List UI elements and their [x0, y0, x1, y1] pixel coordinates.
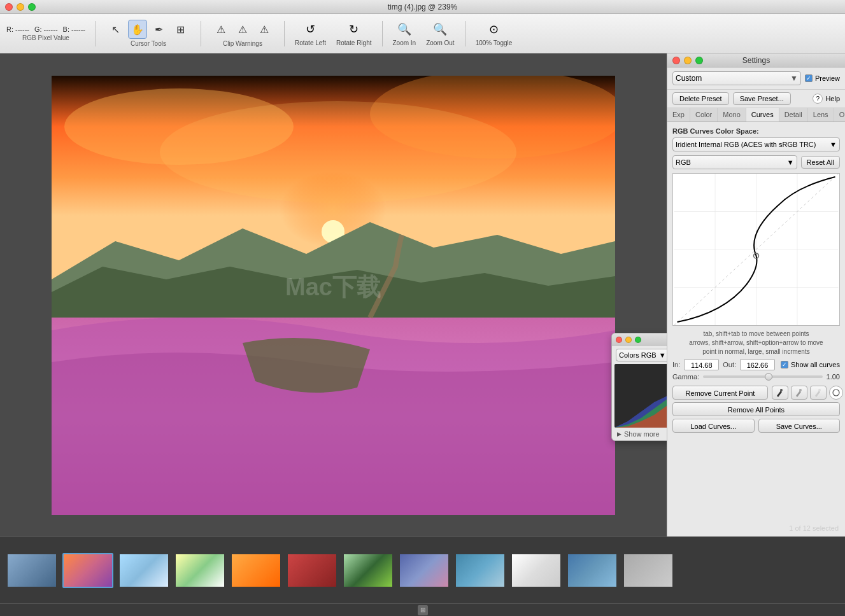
filmstrip-thumb-12[interactable] — [623, 553, 674, 588]
reset-all-button[interactable]: Reset All — [801, 156, 840, 169]
tab-exp[interactable]: Exp — [667, 108, 690, 122]
r-label: R: — [6, 25, 13, 33]
filmstrip-thumb-10[interactable] — [511, 553, 562, 588]
curves-graph[interactable] — [672, 173, 840, 326]
clip-warning-1[interactable]: ⚠ — [211, 20, 231, 39]
thumb-image-6 — [288, 554, 336, 587]
maximize-button[interactable] — [28, 3, 36, 11]
filmstrip-thumb-9[interactable] — [455, 553, 506, 588]
tab-lens[interactable]: Lens — [808, 108, 834, 122]
in-label: In: — [672, 361, 680, 368]
tab-curves[interactable]: Curves — [746, 108, 779, 122]
hand-tool[interactable]: ✋ — [128, 20, 147, 39]
cursor-tools: ↖ ✋ ✒ ⊞ — [106, 20, 190, 39]
gamma-value: 1.00 — [827, 373, 840, 381]
toolbar-separator-5 — [465, 21, 465, 46]
preview-checkbox-group[interactable]: ✓ Preview — [805, 74, 840, 82]
g-label: G: — [34, 25, 42, 33]
clip-warning-3[interactable]: ⚠ — [255, 20, 274, 39]
gamma-slider[interactable] — [703, 375, 822, 378]
settings-close-button[interactable] — [672, 57, 680, 64]
close-button[interactable] — [5, 3, 13, 11]
histogram-min-button[interactable] — [625, 337, 632, 343]
settings-min-button[interactable] — [684, 57, 692, 64]
rotate-left-label: Rotate Left — [295, 39, 326, 46]
white-eyedropper-button[interactable] — [810, 386, 827, 400]
rotate-left-action[interactable]: ↺ Rotate Left — [295, 20, 326, 46]
preview-checkbox[interactable]: ✓ — [805, 74, 813, 82]
toggle-100-icon: ⊙ — [485, 20, 502, 38]
gray-eyedropper-button[interactable] — [791, 386, 807, 400]
status-icon: ⊞ — [418, 605, 428, 615]
image-area[interactable]: Mac下载 Histogram Colors RGB ▼ Bin Count: — [0, 53, 667, 536]
in-value[interactable]: 114.68 — [684, 359, 719, 370]
filmstrip-status: 1 of 12 selected — [789, 524, 839, 532]
settings-window-controls — [672, 57, 703, 64]
tab-color[interactable]: Color — [690, 108, 718, 122]
help-icon[interactable]: ? — [813, 94, 823, 104]
tab-mono[interactable]: Mono — [718, 108, 746, 122]
remove-current-point-button[interactable]: Remove Current Point — [672, 386, 768, 400]
filmstrip-thumb-4[interactable] — [174, 553, 225, 588]
rotate-right-action[interactable]: ↻ Rotate Right — [336, 20, 372, 46]
status-bar: ⊞ — [0, 603, 845, 616]
black-eyedropper-button[interactable] — [772, 386, 788, 400]
clip-warning-2[interactable]: ⚠ — [233, 20, 252, 39]
show-all-curves-checkbox[interactable]: ✓ — [781, 361, 788, 368]
toggle-100-action[interactable]: ⊙ 100% Toggle — [476, 20, 513, 46]
zoom-in-action[interactable]: 🔍 Zoom In — [393, 20, 416, 46]
filmstrip-thumb-5[interactable] — [231, 553, 281, 588]
out-value[interactable]: 162.66 — [740, 359, 775, 370]
filmstrip-thumb-6[interactable] — [287, 553, 337, 588]
target-button[interactable] — [829, 386, 843, 400]
zoom-in-icon: 🔍 — [395, 20, 413, 38]
thumb-image-12 — [624, 554, 672, 587]
zoom-out-icon: 🔍 — [431, 20, 449, 38]
thumb-image-7 — [344, 554, 392, 587]
hint-line2: arrows, shift+arrow, shift+option+arrow … — [672, 339, 840, 347]
filmstrip-thumb-3[interactable] — [118, 553, 169, 588]
settings-title: Settings — [742, 56, 770, 65]
histogram-max-button[interactable] — [635, 337, 641, 343]
inout-row: In: 114.68 Out: 162.66 ✓ Show all curves — [672, 359, 840, 370]
histogram-graph — [614, 364, 667, 428]
save-preset-button[interactable]: Save Preset... — [733, 92, 791, 105]
filmstrip-thumb-1[interactable] — [6, 553, 57, 588]
filmstrip-thumb-2[interactable] — [62, 553, 113, 588]
out-label: Out: — [723, 361, 736, 368]
thumb-image-5 — [232, 554, 280, 587]
show-all-curves[interactable]: ✓ Show all curves — [781, 361, 840, 368]
preset-select[interactable]: Custom ▼ — [672, 71, 801, 85]
histogram-close-button[interactable] — [616, 337, 622, 343]
rotate-right-label: Rotate Right — [336, 39, 372, 46]
svg-point-16 — [780, 389, 783, 391]
gamma-thumb[interactable] — [765, 373, 772, 381]
delete-preset-button[interactable]: Delete Preset — [672, 92, 729, 105]
filmstrip-thumb-11[interactable] — [567, 553, 618, 588]
eyedropper-tool[interactable]: ✒ — [150, 20, 169, 39]
remove-all-points-button[interactable]: Remove All Points — [672, 402, 840, 416]
thumb-image-9 — [456, 554, 504, 587]
zoom-out-action[interactable]: 🔍 Zoom Out — [426, 20, 454, 46]
tab-out[interactable]: Out — [834, 108, 845, 122]
help-area: ? Help — [813, 94, 840, 104]
crop-tool[interactable]: ⊞ — [171, 20, 190, 39]
clip-warning-tools: ⚠ ⚠ ⚠ — [211, 20, 274, 39]
channel-select[interactable]: RGB ▼ — [672, 155, 797, 169]
arrow-tool[interactable]: ↖ — [106, 20, 125, 39]
settings-max-button[interactable] — [695, 57, 703, 64]
eyedropper-group — [772, 386, 843, 400]
tab-detail[interactable]: Detail — [779, 108, 808, 122]
save-curves-button[interactable]: Save Curves... — [758, 419, 841, 433]
minimize-button[interactable] — [17, 3, 24, 11]
colorspace-select[interactable]: Iridient Internal RGB (ACES with sRGB TR… — [672, 137, 840, 151]
histogram-footer[interactable]: ▶ Show more — [612, 428, 667, 440]
load-curves-button[interactable]: Load Curves... — [672, 419, 755, 433]
curves-svg — [673, 174, 839, 325]
histogram-colors-select[interactable]: Colors RGB ▼ — [616, 349, 667, 361]
preview-label: Preview — [815, 74, 840, 82]
svg-point-19 — [833, 389, 839, 396]
filmstrip-thumb-8[interactable] — [399, 553, 450, 588]
filmstrip-thumb-7[interactable] — [343, 553, 394, 588]
hint-line1: tab, shift+tab to move between points — [672, 330, 840, 339]
